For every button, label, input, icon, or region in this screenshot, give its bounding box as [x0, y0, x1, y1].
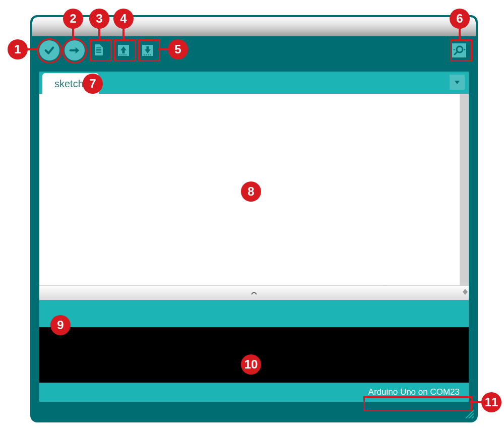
callout-11: 11 [481, 392, 501, 412]
arrow-right-icon [69, 45, 80, 56]
upload-button[interactable] [65, 40, 85, 60]
arrow-up-icon [115, 42, 132, 58]
tab-label: sketch [54, 78, 84, 89]
scroll-grip-icon [250, 290, 258, 295]
window-titlebar[interactable] [32, 17, 476, 36]
resize-grip-icon[interactable] [464, 408, 474, 418]
svg-marker-24 [463, 292, 468, 295]
console-output[interactable] [39, 327, 469, 383]
verify-button[interactable] [39, 40, 59, 60]
status-bar [39, 300, 469, 327]
file-icon [91, 42, 107, 58]
svg-rect-14 [147, 46, 149, 50]
new-sketch-button[interactable] [90, 41, 109, 60]
save-sketch-button[interactable] [138, 41, 157, 60]
board-port-label: Arduino Uno on COM23 [368, 387, 460, 397]
svg-marker-22 [455, 81, 460, 84]
code-editor[interactable] [39, 94, 460, 285]
svg-point-20 [454, 49, 455, 50]
tab-sketch[interactable]: sketch [42, 73, 99, 94]
tab-bar: sketch [39, 72, 469, 94]
ide-window: sketch [30, 15, 478, 422]
svg-point-21 [464, 49, 465, 50]
tab-menu-button[interactable] [450, 75, 465, 90]
magnifier-icon [451, 42, 467, 58]
split-toggle-icon [463, 289, 468, 295]
bottom-bar: Arduino Uno on COM23 [39, 383, 469, 402]
serial-monitor-button[interactable] [450, 41, 469, 60]
svg-rect-17 [452, 43, 466, 57]
editor-scroll-wrap [39, 94, 469, 285]
callout-1: 1 [8, 39, 28, 59]
svg-line-27 [472, 416, 474, 418]
checkmark-icon [44, 45, 55, 56]
svg-marker-1 [76, 47, 79, 54]
svg-rect-11 [122, 50, 125, 53]
horizontal-scrollbar[interactable] [39, 285, 469, 300]
open-sketch-button[interactable] [114, 41, 133, 60]
triangle-down-icon [454, 79, 461, 86]
arrow-down-icon [140, 42, 156, 58]
toolbar [32, 36, 476, 65]
